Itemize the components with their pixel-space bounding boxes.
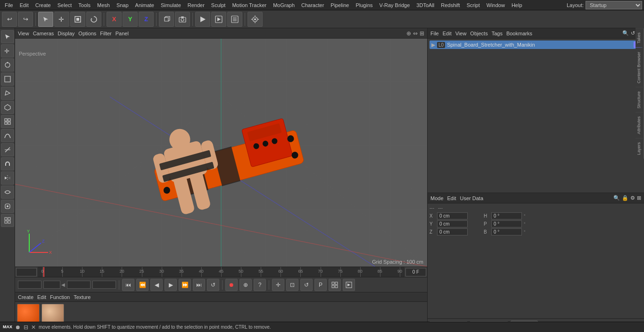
attr-menu-userdata[interactable]: User Data: [460, 195, 484, 201]
tab-layers[interactable]: Layers: [636, 138, 644, 159]
menu-item-sculpt[interactable]: Sculpt: [208, 1, 229, 9]
record-button[interactable]: ⏺: [225, 279, 238, 291]
coord-p-val[interactable]: [491, 220, 522, 227]
menu-item-edit[interactable]: Edit: [17, 1, 32, 9]
mat-menu-function[interactable]: Function: [50, 294, 70, 300]
render-button[interactable]: [195, 12, 210, 27]
tool-deformer[interactable]: [1, 200, 14, 213]
attr-menu-mode[interactable]: Mode: [430, 195, 444, 201]
vp-icon-arrows[interactable]: ⇔: [413, 30, 418, 37]
tool-move[interactable]: ✛: [1, 44, 14, 57]
vp-menu-cameras[interactable]: Cameras: [33, 31, 54, 36]
tab-structure[interactable]: Structure: [636, 87, 644, 113]
obj-menu-tags[interactable]: Tags: [492, 31, 503, 36]
menu-item-animate[interactable]: Animate: [132, 1, 157, 9]
loop-button[interactable]: ↺: [207, 279, 219, 291]
tool-mirror[interactable]: [1, 171, 14, 185]
current-frame-start[interactable]: 0 F: [16, 268, 37, 276]
render-pb[interactable]: [343, 279, 355, 291]
play-button[interactable]: ▶: [165, 279, 177, 291]
vp-menu-filter[interactable]: Filter: [100, 31, 111, 36]
goto-end-button[interactable]: ⏭: [193, 279, 205, 291]
menu-item-script[interactable]: Script: [464, 1, 483, 9]
tool-polygon[interactable]: [1, 101, 14, 114]
menu-item-plugins[interactable]: Plugins: [353, 1, 375, 9]
menu-item-redshift[interactable]: Redshift: [438, 1, 462, 9]
menu-item-character[interactable]: Character: [298, 1, 327, 9]
x-axis-button[interactable]: X: [107, 12, 122, 27]
menu-item-create[interactable]: Create: [33, 1, 54, 9]
tool-magnet[interactable]: [1, 157, 14, 170]
menu-item-render[interactable]: Render: [185, 1, 207, 9]
timeline-ruler[interactable]: 0 F 051015202530354045505560657075808590: [15, 267, 427, 277]
vp-icon-move[interactable]: ⊕: [406, 30, 411, 37]
menu-item-pipeline[interactable]: Pipeline: [328, 1, 352, 9]
coord-b-val[interactable]: [491, 228, 522, 235]
cube-button[interactable]: [159, 12, 174, 27]
status-icon-minimize[interactable]: ⊟: [24, 324, 28, 331]
menu-item-help[interactable]: Help: [509, 1, 525, 9]
menu-item-3dtoall[interactable]: 3DToAll: [413, 1, 437, 9]
menu-item-mesh[interactable]: Mesh: [94, 1, 113, 9]
mat-menu-texture[interactable]: Texture: [74, 294, 91, 300]
tab-content-browser[interactable]: Content Browser: [636, 48, 644, 87]
record-mode-button[interactable]: ⊕: [239, 279, 252, 291]
obj-menu-view[interactable]: View: [455, 31, 467, 36]
rotate-button[interactable]: [86, 12, 101, 27]
tool-select[interactable]: [1, 30, 14, 43]
vp-icon-fullscreen[interactable]: ⊞: [420, 30, 424, 37]
tab-takes[interactable]: Takes: [636, 28, 644, 48]
menu-item-snap[interactable]: Snap: [114, 1, 132, 9]
attr-menu-edit[interactable]: Edit: [447, 195, 456, 201]
tool-spline[interactable]: [1, 129, 14, 142]
frame-input-left[interactable]: 0 F: [43, 281, 60, 289]
frame-counter[interactable]: [405, 268, 426, 276]
live-select-button[interactable]: [38, 12, 53, 27]
menu-item-window[interactable]: Window: [484, 1, 508, 9]
object-row-0[interactable]: ▶ L0 Spinal_Board_Stretcher_with_Manikin: [429, 40, 642, 49]
preview-pb[interactable]: P: [314, 279, 327, 291]
preview-start[interactable]: 0 F: [18, 281, 41, 289]
tool-rotate[interactable]: [1, 58, 14, 72]
mat-menu-create[interactable]: Create: [18, 294, 33, 300]
tool-texture[interactable]: [1, 115, 14, 128]
scale-button[interactable]: [70, 12, 85, 27]
grid-pb[interactable]: [329, 279, 341, 291]
menu-item-vray[interactable]: V-Ray Bridge: [377, 1, 413, 9]
vp-menu-panel[interactable]: Panel: [116, 31, 129, 36]
rotate-tool-pb[interactable]: ↺: [300, 279, 313, 291]
vp-menu-display[interactable]: Display: [58, 31, 74, 36]
light-button[interactable]: [248, 12, 263, 27]
menu-item-motion-tracker[interactable]: Motion Tracker: [229, 1, 269, 9]
vp-menu-view[interactable]: View: [18, 31, 29, 36]
camera-button[interactable]: [175, 12, 190, 27]
move-tool-pb[interactable]: ✛: [272, 279, 284, 291]
layout-dropdown[interactable]: Startup Standard: [586, 1, 642, 9]
status-icon-record[interactable]: ⏺: [15, 324, 21, 331]
obj-menu-edit[interactable]: Edit: [443, 31, 452, 36]
coord-z-pos[interactable]: [437, 228, 468, 235]
step-back-button[interactable]: ⏪: [136, 279, 149, 291]
tab-attributes[interactable]: Attributes: [636, 112, 644, 138]
record-options-button[interactable]: ?: [254, 279, 266, 291]
obj-menu-file[interactable]: File: [430, 31, 439, 36]
menu-item-select[interactable]: Select: [55, 1, 75, 9]
vp-menu-options[interactable]: Options: [78, 31, 96, 36]
render-settings-button[interactable]: [227, 12, 242, 27]
tool-scale[interactable]: [1, 73, 14, 86]
viewport[interactable]: View Cameras Display Options Filter Pane…: [15, 28, 427, 267]
menu-item-tools[interactable]: Tools: [75, 1, 93, 9]
coord-h-val[interactable]: [491, 212, 522, 219]
menu-item-file[interactable]: File: [2, 1, 16, 9]
obj-menu-objects[interactable]: Objects: [470, 31, 487, 36]
redo-button[interactable]: ↪: [18, 12, 33, 27]
z-axis-button[interactable]: Z: [139, 12, 154, 27]
tool-grid[interactable]: [1, 214, 14, 227]
timeline-playhead[interactable]: [43, 267, 44, 277]
move-button[interactable]: ✛: [54, 12, 69, 27]
y-axis-button[interactable]: Y: [123, 12, 138, 27]
step-forward-button[interactable]: ⏩: [179, 279, 191, 291]
coord-x-pos[interactable]: [437, 212, 468, 219]
preview-end-left[interactable]: 90 F: [67, 281, 91, 289]
tool-knife[interactable]: [1, 143, 14, 156]
